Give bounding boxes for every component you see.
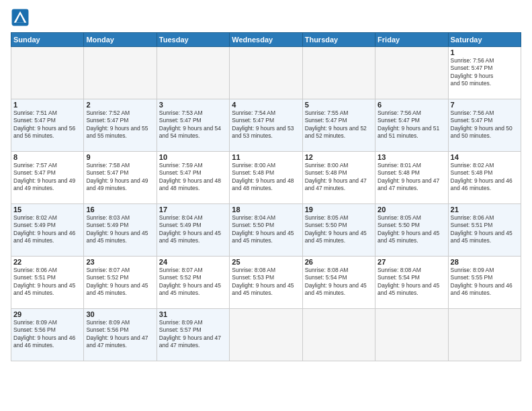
day-number: 2 [86, 101, 154, 109]
calendar-week-1: 1Sunrise: 7:51 AMSunset: 5:47 PMDaylight… [11, 99, 521, 152]
calendar-table: SundayMondayTuesdayWednesdayThursdayFrid… [11, 32, 521, 361]
day-number: 19 [305, 205, 373, 214]
day-cell-20: 20Sunrise: 8:05 AMSunset: 5:50 PMDayligh… [375, 204, 448, 257]
day-info: Sunrise: 8:05 AMSunset: 5:50 PMDaylight:… [305, 214, 373, 245]
empty-cell [375, 47, 448, 99]
day-info: Sunrise: 8:08 AMSunset: 5:54 PMDaylight:… [378, 267, 445, 298]
day-header-thursday: Thursday [302, 33, 375, 47]
day-cell-22: 22Sunrise: 8:06 AMSunset: 5:51 PMDayligh… [11, 257, 84, 309]
day-cell-10: 10Sunrise: 7:59 AMSunset: 5:47 PMDayligh… [157, 152, 229, 204]
day-cell-7: 7Sunrise: 7:56 AMSunset: 5:47 PMDaylight… [448, 99, 521, 152]
day-number: 22 [13, 258, 81, 266]
header [11, 8, 521, 27]
day-info: Sunrise: 8:06 AMSunset: 5:51 PMDaylight:… [13, 267, 81, 298]
day-info: Sunrise: 8:09 AMSunset: 5:55 PMDaylight:… [451, 267, 519, 298]
day-cell-9: 9Sunrise: 7:58 AMSunset: 5:47 PMDaylight… [84, 152, 157, 204]
day-number: 23 [86, 258, 154, 266]
day-info: Sunrise: 8:00 AMSunset: 5:48 PMDaylight:… [305, 162, 373, 193]
day-cell-15: 15Sunrise: 8:02 AMSunset: 5:49 PMDayligh… [11, 204, 84, 257]
empty-cell [448, 309, 521, 361]
day-cell-30: 30Sunrise: 8:09 AMSunset: 5:56 PMDayligh… [84, 309, 157, 361]
calendar-week-2: 8Sunrise: 7:57 AMSunset: 5:47 PMDaylight… [11, 152, 521, 204]
logo [11, 8, 32, 27]
day-number: 13 [378, 153, 445, 161]
day-number: 20 [378, 205, 445, 214]
day-info: Sunrise: 8:04 AMSunset: 5:50 PMDaylight:… [232, 214, 300, 245]
day-number: 15 [13, 205, 81, 214]
day-number: 9 [86, 153, 154, 161]
day-info: Sunrise: 7:56 AMSunset: 5:47 PMDaylight:… [451, 57, 519, 88]
day-number: 7 [451, 101, 519, 109]
day-header-wednesday: Wednesday [230, 33, 302, 47]
day-info: Sunrise: 8:02 AMSunset: 5:48 PMDaylight:… [451, 162, 519, 193]
day-cell-26: 26Sunrise: 8:08 AMSunset: 5:54 PMDayligh… [302, 257, 375, 309]
day-info: Sunrise: 7:56 AMSunset: 5:47 PMDaylight:… [451, 109, 519, 140]
day-number: 29 [13, 310, 81, 318]
day-number: 30 [86, 310, 154, 318]
empty-cell [302, 309, 375, 361]
day-cell-24: 24Sunrise: 8:07 AMSunset: 5:52 PMDayligh… [157, 257, 229, 309]
day-cell-1: 1Sunrise: 7:51 AMSunset: 5:47 PMDaylight… [11, 99, 84, 152]
day-number: 10 [159, 153, 227, 161]
empty-cell [84, 47, 157, 99]
day-cell-21: 21Sunrise: 8:06 AMSunset: 5:51 PMDayligh… [448, 204, 521, 257]
day-info: Sunrise: 7:52 AMSunset: 5:47 PMDaylight:… [86, 109, 154, 140]
day-number: 14 [451, 153, 519, 161]
day-number: 28 [451, 258, 519, 266]
empty-cell [11, 47, 84, 99]
day-number: 12 [305, 153, 373, 161]
day-header-saturday: Saturday [448, 33, 521, 47]
day-info: Sunrise: 8:08 AMSunset: 5:53 PMDaylight:… [232, 267, 300, 298]
day-cell-25: 25Sunrise: 8:08 AMSunset: 5:53 PMDayligh… [230, 257, 302, 309]
day-info: Sunrise: 7:56 AMSunset: 5:47 PMDaylight:… [378, 109, 445, 140]
day-info: Sunrise: 8:06 AMSunset: 5:51 PMDaylight:… [451, 214, 519, 245]
day-info: Sunrise: 8:09 AMSunset: 5:56 PMDaylight:… [13, 319, 81, 350]
logo-icon [11, 8, 30, 27]
day-info: Sunrise: 7:57 AMSunset: 5:47 PMDaylight:… [13, 162, 81, 193]
day-header-tuesday: Tuesday [157, 33, 229, 47]
calendar-week-4: 22Sunrise: 8:06 AMSunset: 5:51 PMDayligh… [11, 257, 521, 309]
day-number: 21 [451, 205, 519, 214]
calendar-page: SundayMondayTuesdayWednesdayThursdayFrid… [0, 0, 532, 411]
day-number: 24 [159, 258, 227, 266]
day-cell-16: 16Sunrise: 8:03 AMSunset: 5:49 PMDayligh… [84, 204, 157, 257]
day-info: Sunrise: 8:05 AMSunset: 5:50 PMDaylight:… [378, 214, 445, 245]
empty-cell [230, 309, 302, 361]
day-number: 3 [159, 101, 227, 109]
day-cell-2: 2Sunrise: 7:52 AMSunset: 5:47 PMDaylight… [84, 99, 157, 152]
calendar-header-row: SundayMondayTuesdayWednesdayThursdayFrid… [11, 33, 521, 47]
empty-cell [230, 47, 302, 99]
day-cell-3: 3Sunrise: 7:53 AMSunset: 5:47 PMDaylight… [157, 99, 229, 152]
day-number: 8 [13, 153, 81, 161]
day-cell-13: 13Sunrise: 8:01 AMSunset: 5:48 PMDayligh… [375, 152, 448, 204]
day-cell-31: 31Sunrise: 8:09 AMSunset: 5:57 PMDayligh… [157, 309, 229, 361]
day-cell-8: 8Sunrise: 7:57 AMSunset: 5:47 PMDaylight… [11, 152, 84, 204]
day-number: 6 [378, 101, 445, 109]
day-number: 27 [378, 258, 445, 266]
day-info: Sunrise: 7:53 AMSunset: 5:47 PMDaylight:… [159, 109, 227, 140]
day-info: Sunrise: 8:01 AMSunset: 5:48 PMDaylight:… [378, 162, 445, 193]
day-header-friday: Friday [375, 33, 448, 47]
day-number: 26 [305, 258, 373, 266]
day-info: Sunrise: 8:00 AMSunset: 5:48 PMDaylight:… [232, 162, 300, 193]
day-cell-19: 19Sunrise: 8:05 AMSunset: 5:50 PMDayligh… [302, 204, 375, 257]
empty-cell [157, 47, 229, 99]
day-cell-6: 6Sunrise: 7:56 AMSunset: 5:47 PMDaylight… [375, 99, 448, 152]
day-info: Sunrise: 8:08 AMSunset: 5:54 PMDaylight:… [305, 267, 373, 298]
day-header-sunday: Sunday [11, 33, 84, 47]
day-cell-1: 1Sunrise: 7:56 AMSunset: 5:47 PMDaylight… [448, 47, 521, 99]
day-cell-11: 11Sunrise: 8:00 AMSunset: 5:48 PMDayligh… [230, 152, 302, 204]
calendar-week-3: 15Sunrise: 8:02 AMSunset: 5:49 PMDayligh… [11, 204, 521, 257]
empty-cell [302, 47, 375, 99]
day-info: Sunrise: 8:09 AMSunset: 5:56 PMDaylight:… [86, 319, 154, 350]
calendar-week-5: 29Sunrise: 8:09 AMSunset: 5:56 PMDayligh… [11, 309, 521, 361]
day-info: Sunrise: 8:04 AMSunset: 5:49 PMDaylight:… [159, 214, 227, 245]
day-info: Sunrise: 7:58 AMSunset: 5:47 PMDaylight:… [86, 162, 154, 193]
day-cell-28: 28Sunrise: 8:09 AMSunset: 5:55 PMDayligh… [448, 257, 521, 309]
day-info: Sunrise: 8:07 AMSunset: 5:52 PMDaylight:… [86, 267, 154, 298]
day-cell-17: 17Sunrise: 8:04 AMSunset: 5:49 PMDayligh… [157, 204, 229, 257]
day-info: Sunrise: 7:54 AMSunset: 5:47 PMDaylight:… [232, 109, 300, 140]
day-number: 1 [13, 101, 81, 109]
calendar-week-0: 1Sunrise: 7:56 AMSunset: 5:47 PMDaylight… [11, 47, 521, 99]
day-cell-12: 12Sunrise: 8:00 AMSunset: 5:48 PMDayligh… [302, 152, 375, 204]
